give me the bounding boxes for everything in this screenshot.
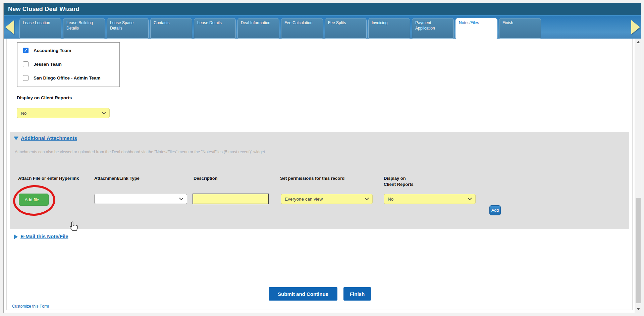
tab-invoicing[interactable]: Invoicing (368, 18, 410, 39)
email-note-row[interactable]: E-Mail this Note/File (14, 233, 68, 239)
tab-lease-space-details[interactable]: Lease Space Details (107, 18, 149, 39)
chevron-down-icon (468, 198, 472, 200)
wizard-content: ✓ Accounting Team Jessen Team San Diego … (4, 39, 641, 313)
chevron-down-icon (365, 198, 369, 200)
collapse-triangle-icon[interactable] (14, 137, 18, 140)
tab-notes-files[interactable]: Notes/Files (455, 18, 497, 39)
finish-button[interactable]: Finish (343, 287, 371, 301)
add-attachment-button[interactable]: Add (489, 205, 501, 215)
tab-fee-splits[interactable]: Fee Splits (325, 18, 367, 39)
team-row-jessen: Jessen Team (21, 61, 116, 68)
chevron-down-icon (102, 112, 106, 114)
title-bar: New Closed Deal Wizard (4, 3, 641, 15)
tabs-scroll-left-icon[interactable] (5, 20, 14, 34)
page-title: New Closed Deal Wizard (8, 6, 79, 13)
col-header-display-line2: Client Reports (384, 181, 414, 188)
description-input[interactable] (193, 194, 269, 204)
additional-attachments-panel: Additional Attachments Attachments can a… (10, 132, 629, 229)
team-label: Accounting Team (34, 48, 71, 53)
checkbox-san-diego-admin-team[interactable] (23, 75, 29, 81)
col-header-description: Description (194, 175, 218, 181)
tab-lease-details[interactable]: Lease Details (194, 18, 236, 39)
add-file-button[interactable]: Add file... (19, 194, 49, 206)
team-label: San Diego Office - Admin Team (34, 75, 101, 81)
expand-triangle-icon[interactable] (14, 234, 18, 239)
scrollbar-up-arrow-icon[interactable] (637, 41, 640, 43)
attachment-link-type-select[interactable] (94, 194, 187, 204)
team-label: Jessen Team (34, 62, 62, 67)
tab-lease-building-details[interactable]: Lease Building Details (63, 18, 105, 39)
select-value: No (388, 197, 393, 202)
submit-and-continue-button[interactable]: Submit and Continue (269, 287, 337, 301)
vertical-scrollbar[interactable] (635, 39, 641, 313)
col-header-display: Display on Client Reports (384, 175, 414, 187)
tab-lease-location[interactable]: Lease Location (19, 18, 61, 39)
tabs-scroll-right-icon[interactable] (631, 20, 640, 34)
col-header-display-line1: Display on (384, 175, 414, 181)
row-display-on-client-reports-select[interactable]: No (384, 194, 476, 204)
col-header-attach: Attach File or enter Hyperlink (18, 175, 79, 181)
wizard-window: New Closed Deal Wizard Lease Location Le… (3, 3, 641, 313)
customize-this-form-link[interactable]: Customize this Form (12, 304, 49, 309)
team-row-accounting: ✓ Accounting Team (21, 47, 116, 54)
scrollbar-down-arrow-icon[interactable] (637, 308, 640, 310)
additional-attachments-link[interactable]: Additional Attachments (21, 135, 77, 141)
tab-fee-calculation[interactable]: Fee Calculation (281, 18, 323, 39)
permissions-select[interactable]: Everyone can view (281, 194, 373, 204)
checkbox-jessen-team[interactable] (23, 61, 29, 67)
select-value: Everyone can view (285, 197, 323, 202)
display-on-client-reports-select[interactable]: No (17, 108, 110, 118)
col-header-permissions: Set permissions for this record (280, 175, 344, 181)
additional-attachments-toggle[interactable]: Additional Attachments (14, 135, 77, 141)
teams-checkbox-group: ✓ Accounting Team Jessen Team San Diego … (17, 42, 120, 87)
display-on-client-reports-label: Display on Client Reports (17, 95, 72, 100)
col-header-type: Attachment/Link Type (94, 175, 140, 181)
wizard-tab-strip: Lease Location Lease Building Details Le… (4, 15, 641, 39)
tab-payment-application[interactable]: Payment Application (412, 18, 454, 39)
checkbox-accounting-team[interactable]: ✓ (23, 48, 29, 53)
scrollbar-thumb[interactable] (636, 198, 641, 303)
tab-contacts[interactable]: Contacts (150, 18, 192, 39)
select-value: No (21, 111, 26, 116)
email-note-link[interactable]: E-Mail this Note/File (20, 233, 68, 239)
tab-deal-information[interactable]: Deal Information (237, 18, 279, 39)
team-row-san-diego: San Diego Office - Admin Team (21, 74, 116, 82)
tab-finish[interactable]: Finish (499, 18, 541, 39)
attachments-note: Attachments can also be viewed or upload… (15, 150, 265, 154)
chevron-down-icon (179, 198, 183, 200)
